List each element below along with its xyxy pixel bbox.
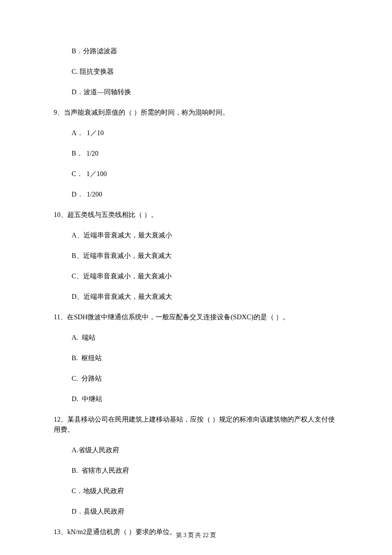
option-text: C． 1／100 [72,170,107,177]
q8-option-d: D．波道—同轴转换 [54,87,338,97]
option-text: A． 1／10 [72,129,104,136]
q10-option-b: B、近端串音衰减小，最大衰减大 [54,251,338,261]
q11-option-c: C. 分路站 [54,373,338,384]
option-text: D． 1/200 [72,191,102,198]
q8-option-c: C. 阻抗变换器 [54,66,338,77]
option-text: C. 阻抗变换器 [72,68,114,75]
option-text: B．分路滤波器 [72,47,117,55]
q11-option-a: A. 端站 [54,332,338,343]
option-text: A. 端站 [72,334,95,341]
q12-option-d: D．县级人民政府 [54,506,338,517]
q10-option-c: C、近端串音衰减小，最大衰减小 [54,271,338,281]
q10-option-a: A、近端串音衰减大，最大衰减小 [54,230,338,240]
q10-option-d: D、近端串音衰减大，最大衰减大 [54,292,338,302]
option-text: C．地级人民政府 [72,487,124,494]
q9-option-d: D． 1/200 [54,189,338,199]
q11-option-b: B. 枢纽站 [54,353,338,363]
option-text: B. 枢纽站 [72,354,102,361]
page-content: B．分路滤波器 C. 阻抗变换器 D．波道—同轴转换 9、当声能衰减到原值的（ … [0,0,392,537]
q11-text: 11、在SDH微波中继通信系统中，一般应配备交叉连接设备(SDXC)的是（ ）。 [54,312,338,322]
q9-option-c: C． 1／100 [54,169,338,179]
option-text: A.省级人民政府 [72,446,119,454]
q12-option-a: A.省级人民政府 [54,445,338,455]
option-text: B、近端串音衰减小，最大衰减大 [72,252,172,259]
q12-option-c: C．地级人民政府 [54,486,338,496]
option-text: D．县级人民政府 [72,508,124,515]
option-text: B. 省辖市人民政府 [72,467,129,474]
q9-option-b: B． 1/20 [54,148,338,159]
q10-text: 10、超五类线与五类线相比（ ）。 [54,210,338,220]
q9-option-a: A． 1／10 [54,128,338,138]
page-footer: 第 3 页 共 22 页 [0,531,392,540]
q12-option-b: B. 省辖市人民政府 [54,465,338,476]
option-text: D、近端串音衰减大，最大衰减大 [72,293,172,300]
option-text: B． 1/20 [72,150,98,157]
option-text: C、近端串音衰减小，最大衰减小 [72,272,172,280]
q9-text: 9、当声能衰减到原值的（ ）所需的时间，称为混响时间。 [54,107,338,118]
q11-option-d: D. 中继站 [54,394,338,404]
q12-text: 12、某县移动公司在民用建筑上建移动基站，应按（ ）规定的标准向该建筑物的产权人… [54,414,338,435]
option-text: A、近端串音衰减大，最大衰减小 [72,231,172,239]
option-text: D．波道—同轴转换 [72,88,131,95]
q8-option-b: B．分路滤波器 [54,46,338,56]
option-text: C. 分路站 [72,375,102,382]
option-text: D. 中继站 [72,395,102,402]
